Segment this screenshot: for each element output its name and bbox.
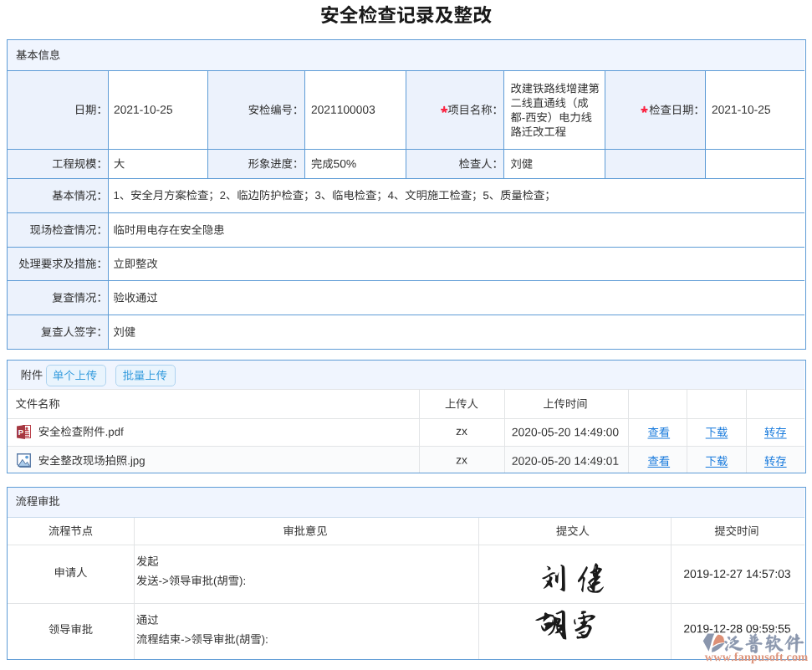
svg-text:P: P	[18, 427, 24, 437]
